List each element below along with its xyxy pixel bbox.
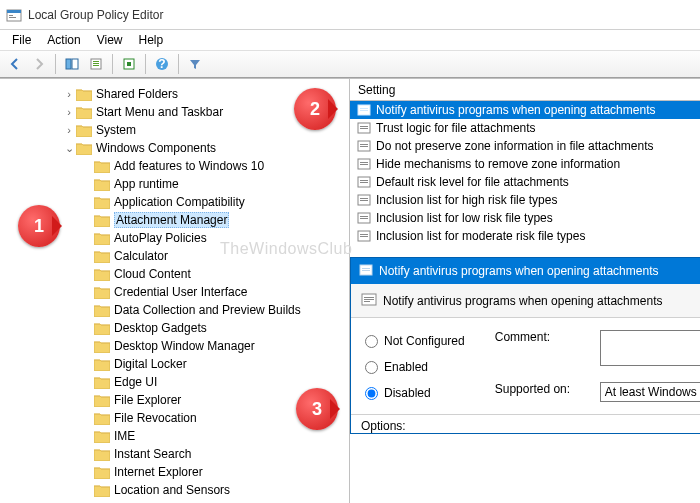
setting-icon [356, 156, 372, 172]
folder-icon [94, 394, 110, 407]
show-hide-tree-button[interactable] [61, 53, 83, 75]
tree-item[interactable]: ⌄Windows Components [10, 139, 349, 157]
dialog-icon [359, 263, 373, 280]
refresh-button[interactable] [118, 53, 140, 75]
setting-icon [356, 102, 372, 118]
tree-item[interactable]: Cloud Content [10, 265, 349, 283]
tree-item-label: Calculator [114, 249, 168, 263]
tree-item[interactable]: Microsoft Edge [10, 499, 349, 503]
window-title: Local Group Policy Editor [28, 8, 163, 22]
folder-icon [94, 466, 110, 479]
svg-rect-27 [360, 182, 368, 183]
help-button[interactable]: ? [151, 53, 173, 75]
setting-label: Default risk level for file attachments [376, 175, 569, 189]
radio-group: Not Configured Enabled Disabled [365, 330, 465, 402]
back-button[interactable] [4, 53, 26, 75]
folder-icon [94, 340, 110, 353]
tree-item[interactable]: Data Collection and Preview Builds [10, 301, 349, 319]
setting-row[interactable]: Inclusion list for high risk file types [350, 191, 700, 209]
setting-label: Inclusion list for moderate risk file ty… [376, 229, 585, 243]
setting-row[interactable]: Hide mechanisms to remove zone informati… [350, 155, 700, 173]
menu-view[interactable]: View [91, 31, 129, 49]
expand-icon[interactable]: › [62, 106, 76, 118]
radio-not-configured[interactable]: Not Configured [365, 334, 465, 348]
radio-disabled[interactable]: Disabled [365, 386, 465, 400]
tree-item-label: Instant Search [114, 447, 191, 461]
folder-icon [76, 88, 92, 101]
svg-rect-20 [360, 144, 368, 145]
tree-item-label: AutoPlay Policies [114, 231, 207, 245]
svg-rect-8 [93, 63, 99, 64]
tree-item[interactable]: Instant Search [10, 445, 349, 463]
setting-icon [356, 228, 372, 244]
radio-not-configured-label: Not Configured [384, 334, 465, 348]
tree-item-label: File Explorer [114, 393, 181, 407]
folder-icon [76, 106, 92, 119]
svg-rect-21 [360, 146, 368, 147]
setting-label: Trust logic for file attachments [376, 121, 536, 135]
setting-row[interactable]: Do not preserve zone information in file… [350, 137, 700, 155]
svg-rect-38 [362, 268, 370, 269]
setting-row[interactable]: Inclusion list for moderate risk file ty… [350, 227, 700, 245]
content-area: ›Shared Folders›Start Menu and Taskbar›S… [0, 78, 700, 503]
svg-rect-3 [9, 17, 16, 18]
menu-action[interactable]: Action [41, 31, 86, 49]
setting-row[interactable]: Inclusion list for low risk file types [350, 209, 700, 227]
svg-rect-26 [360, 180, 368, 181]
tree-item[interactable]: Edge UI [10, 373, 349, 391]
radio-not-configured-input[interactable] [365, 335, 378, 348]
expand-icon[interactable]: › [62, 88, 76, 100]
export-list-button[interactable] [85, 53, 107, 75]
dialog-title: Notify antivirus programs when opening a… [379, 264, 658, 278]
tree-item-label: Internet Explorer [114, 465, 203, 479]
tree-item-label: Edge UI [114, 375, 157, 389]
tree-item-label: Location and Sensors [114, 483, 230, 497]
menu-file[interactable]: File [6, 31, 37, 49]
tree-item[interactable]: Credential User Interface [10, 283, 349, 301]
svg-rect-32 [360, 216, 368, 217]
tree-item[interactable]: Desktop Window Manager [10, 337, 349, 355]
folder-icon [94, 232, 110, 245]
svg-text:?: ? [158, 57, 165, 71]
expand-icon[interactable]: ⌄ [62, 142, 76, 155]
tree-item[interactable]: Internet Explorer [10, 463, 349, 481]
dialog-subtitle-row: Notify antivirus programs when opening a… [351, 284, 700, 318]
tree-item-label: Desktop Window Manager [114, 339, 255, 353]
tree-item[interactable]: Location and Sensors [10, 481, 349, 499]
radio-enabled-input[interactable] [365, 361, 378, 374]
tree-item[interactable]: Desktop Gadgets [10, 319, 349, 337]
svg-rect-2 [9, 15, 13, 16]
comment-textbox[interactable] [600, 330, 700, 366]
radio-disabled-input[interactable] [365, 387, 378, 400]
forward-button[interactable] [28, 53, 50, 75]
toolbar-separator [145, 54, 146, 74]
setting-row[interactable]: Default risk level for file attachments [350, 173, 700, 191]
tree-item[interactable]: Calculator [10, 247, 349, 265]
svg-rect-4 [66, 59, 71, 69]
folder-icon [94, 412, 110, 425]
radio-enabled[interactable]: Enabled [365, 360, 465, 374]
tree-item[interactable]: Add features to Windows 10 [10, 157, 349, 175]
filter-button[interactable] [184, 53, 206, 75]
tree-item-label: Cloud Content [114, 267, 191, 281]
settings-header[interactable]: Setting [350, 79, 700, 101]
tree-item[interactable]: ›System [10, 121, 349, 139]
tree-item[interactable]: Application Compatibility [10, 193, 349, 211]
tree-pane[interactable]: ›Shared Folders›Start Menu and Taskbar›S… [0, 79, 350, 503]
svg-rect-36 [360, 236, 368, 237]
svg-rect-14 [360, 108, 368, 109]
svg-rect-43 [364, 301, 370, 302]
tree-item[interactable]: IME [10, 427, 349, 445]
tree-item-label: Digital Locker [114, 357, 187, 371]
menu-help[interactable]: Help [133, 31, 170, 49]
dialog-titlebar[interactable]: Notify antivirus programs when opening a… [351, 258, 700, 284]
folder-icon [94, 178, 110, 191]
svg-rect-29 [360, 198, 368, 199]
tree-item[interactable]: Digital Locker [10, 355, 349, 373]
setting-row[interactable]: Notify antivirus programs when opening a… [350, 101, 700, 119]
setting-row[interactable]: Trust logic for file attachments [350, 119, 700, 137]
expand-icon[interactable]: › [62, 124, 76, 136]
svg-rect-41 [364, 297, 374, 298]
tree-item[interactable]: App runtime [10, 175, 349, 193]
setting-icon [356, 120, 372, 136]
